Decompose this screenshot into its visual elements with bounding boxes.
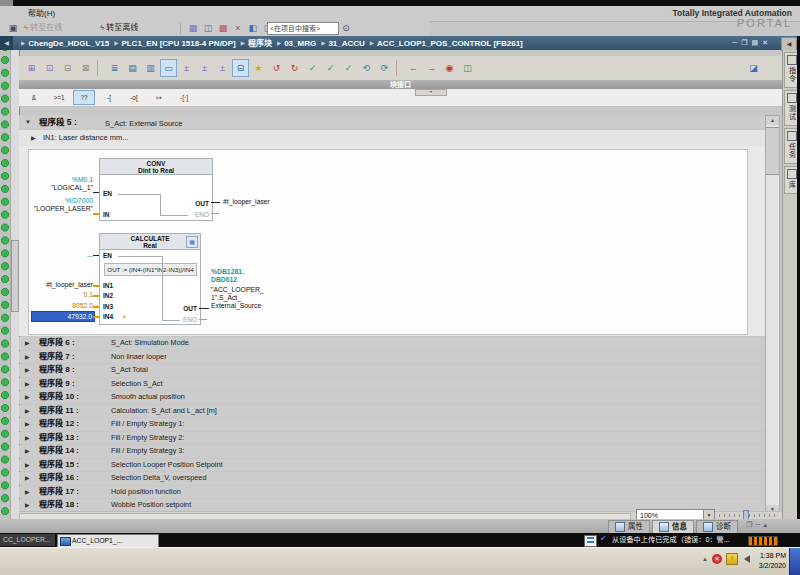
calc-en-operand[interactable]: ... — [29, 251, 93, 259]
edit-calculation-icon[interactable]: ▦ — [186, 236, 198, 248]
conv-en-address[interactable]: %M0.1 — [29, 176, 93, 184]
forward-icon[interactable]: → — [423, 59, 440, 77]
calc-out-tag-line1[interactable]: "ACC_LOOPER_ — [211, 286, 264, 294]
calc-in1-operand[interactable]: #t_looper_laser — [29, 281, 93, 289]
expand-network-icon[interactable]: ▶ — [25, 378, 30, 391]
zoom-slider[interactable] — [719, 512, 777, 518]
insert-block-icon[interactable]: ⊡ — [41, 59, 58, 77]
conv-out-tag[interactable]: #t_looper_laser — [223, 198, 270, 206]
negate-input-icon[interactable]: -o[ — [123, 90, 145, 105]
network-5-comment-row[interactable]: ▶ IN1: Laser distance mm... — [19, 130, 765, 146]
toggle-comments-icon[interactable]: ▭ — [160, 59, 177, 77]
expand-network-icon[interactable]: ▶ — [25, 445, 30, 458]
breadcrumb-item[interactable]: ▶03_MRG — [274, 39, 316, 48]
expand-network-icon[interactable]: ▶ — [25, 337, 30, 350]
outline-view-icon[interactable]: ≣ — [106, 59, 123, 77]
network-row[interactable]: ▶ 程序段 12 : Fill / Empty Strategy 1: — [19, 418, 765, 431]
breadcrumb-item[interactable]: ▶ChengDe_HDGL_V15 — [18, 39, 109, 48]
update-block-calls-icon[interactable]: ✓ — [304, 59, 321, 77]
taskbar-clock[interactable]: 1:38 PM 3/2/2020 — [759, 551, 786, 571]
consistency-check-icon[interactable]: ✓ — [322, 59, 339, 77]
expand-network-icon[interactable]: ▶ — [25, 432, 30, 445]
conv-block[interactable]: CONV Dint to Real EN IN OUT ENO — [99, 158, 213, 221]
network-row[interactable]: ▶ 程序段 9 : Selection S_Act — [19, 378, 765, 391]
network-row[interactable]: ▶ 程序段 6 : S_Act: Simulation Mode — [19, 337, 765, 350]
calc-in4-operand-selected[interactable]: 47932.0 — [31, 311, 95, 322]
close-editor-icon[interactable]: ✕ — [762, 39, 772, 46]
network-row[interactable]: ▶ 程序段 11 : Calculation: S_Act and L_act … — [19, 405, 765, 418]
or-box-icon[interactable]: >=1 — [48, 90, 70, 105]
tab-diagnostics[interactable]: 诊断 — [696, 520, 738, 533]
expand-network-icon[interactable]: ▶ — [25, 486, 30, 499]
breadcrumb-item[interactable]: ▶PLC1_EN [CPU 1518-4 PN/DP] — [111, 39, 236, 48]
panel-collapse-icon[interactable]: ◀ — [781, 37, 797, 51]
collapse-networks-icon[interactable]: ▥ — [142, 59, 159, 77]
collapse-network-icon[interactable]: ▼ — [25, 115, 31, 130]
expand-network-icon[interactable]: ▶ — [25, 364, 30, 377]
show-desktop-button[interactable] — [789, 548, 800, 575]
insert-input-icon[interactable]: -[·] — [173, 90, 195, 105]
scroll-up-icon[interactable]: ▲ — [766, 116, 779, 125]
delete-element-icon[interactable]: ⊠ — [77, 59, 94, 77]
go-online-button[interactable]: ϟ转至在线 — [24, 22, 62, 34]
network-row[interactable]: ▶ 程序段 17 : Hold position function — [19, 486, 765, 499]
breadcrumb-item[interactable]: ▶31_ACCU — [318, 39, 365, 48]
simulation-icon[interactable]: ▦ — [186, 22, 200, 34]
expand-network-icon[interactable]: ▶ — [25, 351, 30, 364]
calc-out-tag-line3[interactable]: External_Source — [211, 302, 261, 310]
insert-network-icon[interactable]: ⊞ — [23, 59, 40, 77]
calc-out-db-address1[interactable]: %DB1281. — [211, 268, 244, 276]
editor-tab-acc-loop1[interactable]: ACC_LOOP1_... — [57, 534, 159, 548]
expand-network-icon[interactable]: ▶ — [25, 405, 30, 418]
expand-network-icon[interactable]: ▶ — [25, 472, 30, 485]
prev-error-icon[interactable]: ↺ — [268, 59, 285, 77]
restore-editor-icon[interactable]: ❐ — [741, 39, 751, 46]
and-box-icon[interactable]: & — [23, 90, 45, 105]
crossref-icon[interactable]: ▩ — [216, 22, 230, 34]
assignment-icon[interactable]: -[ — [98, 90, 120, 105]
tab-info[interactable]: 信息 — [652, 520, 694, 533]
insert-branch-icon[interactable]: ⊟ — [59, 59, 76, 77]
expand-network-icon[interactable]: ▶ — [25, 391, 30, 404]
fbd-canvas[interactable]: CONV Dint to Real EN IN OUT ENO %M0.1 "L… — [28, 149, 748, 335]
expand-network-icon[interactable]: ▶ — [25, 459, 30, 472]
editor-tab-looper[interactable]: CC_LOOPER... — [0, 534, 55, 546]
expand-network-icon[interactable]: ▶ — [25, 499, 30, 511]
tree-collapse-icon[interactable]: ◀ — [0, 36, 13, 50]
next-error-icon[interactable]: ↻ — [286, 59, 303, 77]
tray-error-icon[interactable]: ✕ — [712, 554, 722, 564]
conv-en-tag[interactable]: "LOGICAL_1" — [29, 184, 93, 192]
empty-box-icon[interactable]: ?? — [73, 90, 95, 105]
split-horizontal-icon[interactable]: ◧ — [246, 22, 260, 34]
monitoring-icon[interactable]: ◉ — [441, 59, 458, 77]
expand-networks-icon[interactable]: ▤ — [124, 59, 141, 77]
calc-in3-operand[interactable]: 8052.0 — [29, 302, 93, 310]
open-branch-icon[interactable]: ↦ — [148, 90, 170, 105]
network-row[interactable]: ▶ 程序段 15 : Selection Looper Position Set… — [19, 459, 765, 472]
calc-out-tag-line2[interactable]: 1".S_Act_ — [211, 294, 241, 302]
breadcrumb-item[interactable]: ▶程序块 — [238, 39, 272, 48]
inspector-window-controls[interactable]: ❐─▴ — [746, 521, 770, 529]
calc-expression[interactable]: OUT := (IN4-(IN1*IN2-IN3))/IN4 — [104, 263, 197, 276]
editor-windows-icon[interactable]: ◫ — [201, 22, 215, 34]
breadcrumb-item[interactable]: ▶ACC_LOOP1_POS_CONTROL [FB261] — [367, 39, 523, 48]
back-icon[interactable]: ← — [405, 59, 422, 77]
network-row[interactable]: ▶ 程序段 13 : Fill / Empty Strategy 2: — [19, 432, 765, 445]
find-icon[interactable]: ⊙ — [339, 22, 353, 34]
menu-help[interactable]: 帮助(H) — [28, 6, 55, 21]
insert-box-variant3-icon[interactable]: ± — [214, 59, 231, 77]
conv-in-tag[interactable]: "LOOPER_LASER" — [29, 205, 93, 213]
tab-properties[interactable]: 属性 — [608, 520, 650, 533]
comment-expand-icon[interactable]: ▶ — [31, 130, 36, 146]
tray-expand-icon[interactable]: ▲ — [702, 556, 708, 562]
network-row[interactable]: ▶ 程序段 14 : Fill / Empty Strategy 3: — [19, 445, 765, 458]
goto-prev-usage-icon[interactable]: ⟲ — [358, 59, 375, 77]
network-row[interactable]: ▶ 程序段 16 : Selection Delta_V, overspeed — [19, 472, 765, 485]
snapshot-icon[interactable]: ◫ — [459, 59, 476, 77]
search-input[interactable] — [267, 22, 339, 35]
save-project-icon[interactable]: ▣ — [6, 22, 20, 34]
interface-splitter-handle[interactable]: ▾ — [415, 89, 447, 96]
network-5-header[interactable]: ▼ 程序段 5 : S_Act: External Source — [19, 115, 765, 131]
freeform-toggle-icon[interactable]: ⊟ — [232, 59, 249, 77]
network-row[interactable]: ▶ 程序段 10 : Smooth actual position — [19, 391, 765, 404]
